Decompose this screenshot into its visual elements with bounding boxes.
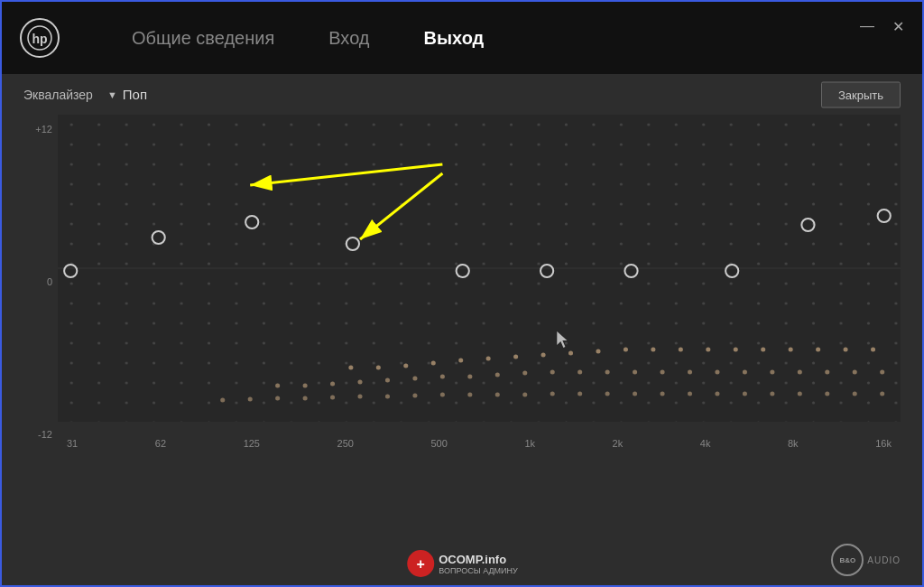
svg-point-36 — [578, 370, 582, 375]
svg-point-20 — [761, 348, 765, 352]
eq-preset-dropdown[interactable]: ▼ Поп — [107, 87, 147, 102]
svg-point-5 — [348, 366, 353, 370]
svg-point-27 — [330, 382, 335, 387]
svg-point-51 — [303, 396, 308, 401]
svg-point-34 — [522, 371, 527, 376]
eq-svg — [58, 115, 901, 422]
x-label-1k: 1k — [524, 438, 535, 449]
svg-point-6 — [376, 366, 381, 370]
svg-point-12 — [541, 353, 546, 358]
svg-point-52 — [330, 396, 335, 400]
svg-point-56 — [440, 393, 445, 397]
x-label-62: 62 — [155, 438, 166, 449]
svg-point-69 — [798, 392, 802, 396]
x-label-250: 250 — [337, 438, 354, 449]
svg-text:hp: hp — [32, 32, 47, 46]
x-label-125: 125 — [244, 438, 260, 449]
svg-text:+: + — [417, 556, 425, 572]
svg-point-62 — [605, 392, 610, 396]
svg-point-10 — [486, 357, 491, 361]
svg-point-59 — [522, 393, 527, 397]
svg-point-30 — [412, 377, 417, 381]
svg-point-41 — [715, 370, 719, 375]
svg-point-39 — [661, 370, 665, 375]
svg-point-58 — [495, 393, 500, 397]
svg-point-54 — [385, 395, 390, 399]
svg-point-11 — [513, 355, 518, 359]
svg-point-14 — [596, 349, 600, 354]
svg-point-26 — [303, 384, 308, 388]
window-frame: hp Общие сведения Вход Выход — ✕ Эквалай… — [0, 0, 924, 587]
svg-point-53 — [357, 395, 362, 399]
svg-point-17 — [679, 348, 683, 352]
x-label-16k: 16k — [875, 438, 892, 449]
window-controls: — ✕ — [856, 16, 908, 37]
svg-point-33 — [495, 373, 500, 377]
svg-point-63 — [633, 392, 637, 396]
x-label-2k: 2k — [613, 438, 624, 449]
svg-point-15 — [624, 348, 628, 352]
svg-point-40 — [688, 370, 692, 375]
svg-point-29 — [385, 378, 390, 383]
svg-point-24 — [871, 348, 875, 352]
svg-point-7 — [403, 364, 408, 368]
svg-point-28 — [357, 380, 362, 385]
bo-text: AUDIO — [867, 555, 901, 565]
svg-point-35 — [550, 370, 555, 375]
svg-point-16 — [651, 348, 655, 352]
svg-point-13 — [568, 351, 573, 356]
svg-point-50 — [275, 396, 280, 401]
svg-point-38 — [633, 370, 637, 375]
x-label-8k: 8k — [788, 438, 799, 449]
svg-point-55 — [412, 394, 417, 398]
svg-point-70 — [825, 392, 829, 396]
tab-input[interactable]: Вход — [328, 24, 369, 52]
svg-point-42 — [743, 370, 747, 375]
footer-watermark: + OCOMP.info ВОПРОСЫ АДМИНУ — [406, 549, 518, 578]
ocomp-subtitle: ВОПРОСЫ АДМИНУ — [439, 566, 518, 575]
svg-point-37 — [605, 370, 610, 375]
svg-point-47 — [880, 370, 884, 375]
svg-point-65 — [688, 392, 692, 396]
close-button-titlebar[interactable]: ✕ — [889, 16, 908, 37]
eq-toolbar: Эквалайзер ▼ Поп Закрыть — [2, 74, 922, 115]
main-content: Эквалайзер ▼ Поп Закрыть +12 0 -12 — [2, 74, 922, 585]
svg-point-25 — [275, 384, 280, 388]
svg-point-68 — [770, 392, 774, 396]
svg-point-18 — [706, 348, 710, 352]
bo-logo: B&O AUDIO — [831, 544, 901, 576]
tab-output[interactable]: Выход — [424, 24, 485, 52]
eq-grid-container: +12 0 -12 — [23, 115, 901, 449]
y-label-plus12: +12 — [23, 124, 52, 135]
svg-point-43 — [770, 370, 774, 375]
minimize-button[interactable]: — — [856, 16, 878, 37]
svg-point-49 — [248, 397, 253, 402]
y-label-minus12: -12 — [23, 429, 52, 440]
equalizer-label: Эквалайзер — [23, 88, 93, 102]
svg-point-9 — [458, 359, 463, 363]
svg-point-21 — [789, 348, 793, 352]
eq-preset-value: Поп — [123, 87, 147, 102]
y-label-zero: 0 — [23, 276, 52, 287]
svg-point-64 — [661, 392, 665, 396]
svg-point-46 — [853, 370, 857, 375]
svg-point-60 — [550, 392, 555, 396]
x-label-31: 31 — [67, 438, 78, 449]
svg-point-57 — [467, 393, 472, 397]
svg-point-45 — [825, 370, 829, 375]
svg-point-61 — [578, 392, 582, 396]
bo-initials: B&O — [831, 544, 864, 576]
dropdown-arrow-icon: ▼ — [107, 89, 117, 100]
svg-point-23 — [844, 348, 848, 352]
svg-point-48 — [220, 398, 225, 403]
x-axis-labels: 31 62 125 250 500 1k 2k 4k 8k 16k — [58, 438, 901, 449]
svg-point-67 — [743, 392, 747, 396]
hp-logo: hp — [20, 18, 60, 58]
svg-point-32 — [467, 375, 472, 379]
x-label-500: 500 — [430, 438, 447, 449]
svg-point-31 — [440, 375, 445, 379]
title-bar: hp Общие сведения Вход Выход — ✕ — [2, 2, 922, 74]
close-eq-button[interactable]: Закрыть — [821, 81, 901, 107]
tab-general[interactable]: Общие сведения — [132, 24, 274, 52]
svg-point-71 — [853, 392, 857, 396]
